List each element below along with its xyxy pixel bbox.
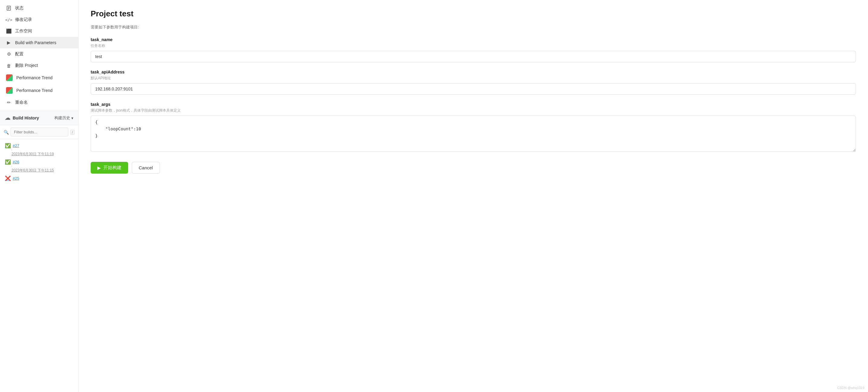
field-label-task_name: task_name (91, 37, 856, 42)
sidebar-item-status[interactable]: 状态 (0, 2, 78, 14)
sidebar-item-build-with-params[interactable]: ▶ Build with Parameters (0, 37, 78, 48)
build-link[interactable]: #27 (13, 143, 19, 148)
build-date[interactable]: 2023年6月30日 下午11:19 (11, 151, 73, 157)
form-actions: ▶ 开始构建 Cancel (91, 162, 856, 174)
form-group-task_name: task_name 任务名称 (91, 37, 856, 62)
search-wrap: 🔍 / (0, 125, 78, 139)
folder-icon: ⬛ (6, 28, 11, 34)
perf-icon (6, 75, 13, 81)
build-link[interactable]: #26 (13, 160, 19, 164)
chevron-down-icon: ▾ (71, 116, 73, 120)
sidebar-nav: 状态 </> 修改记录 ⬛ 工作空间 ▶ Build with Paramete… (0, 0, 78, 111)
build-number[interactable]: ✅ #26 (5, 159, 73, 165)
trash-icon: 🗑 (6, 63, 11, 68)
form-fields: task_name 任务名称 task_apiAddress 默认API地址 t… (91, 37, 856, 153)
status-ok-icon: ✅ (5, 159, 11, 165)
field-input-task_apiAddress[interactable] (91, 83, 856, 95)
sidebar-item-workspace[interactable]: ⬛ 工作空间 (0, 25, 78, 37)
field-label-task_apiAddress: task_apiAddress (91, 69, 856, 75)
nav-label: Performance Trend (16, 75, 53, 80)
build-item: ❌ #25 (0, 174, 78, 183)
form-description: 需要如下参数用于构建项目: (91, 25, 856, 30)
field-hint-task_args: 测试脚本参数，json格式，具体字段由测试脚本具体定义 (91, 108, 856, 113)
build-history-header: ☁ Build History 构建历史 ▾ (0, 111, 78, 125)
nav-label: 删除 Project (15, 63, 38, 68)
sidebar: 状态 </> 修改记录 ⬛ 工作空间 ▶ Build with Paramete… (0, 0, 79, 392)
build-item: ✅ #27 2023年6月30日 下午11:19 (0, 142, 78, 158)
cloud-icon: ☁ (5, 115, 10, 121)
build-history-label: Build History (13, 116, 39, 120)
field-hint-task_name: 任务名称 (91, 43, 856, 48)
form-group-task_apiAddress: task_apiAddress 默认API地址 (91, 69, 856, 95)
status-icon (6, 5, 11, 11)
search-icon: 🔍 (4, 130, 9, 135)
search-input[interactable] (10, 128, 68, 136)
build-link[interactable]: #25 (13, 176, 19, 180)
field-input-task_name[interactable] (91, 51, 856, 62)
field-hint-task_apiAddress: 默认API地址 (91, 76, 856, 81)
submit-label: 开始构建 (103, 165, 122, 171)
status-ok-icon: ✅ (5, 143, 11, 148)
perf-icon (6, 87, 13, 94)
sidebar-item-changes[interactable]: </> 修改记录 (0, 14, 78, 25)
watermark: CSDN @whq1019 (837, 386, 864, 390)
nav-label: Performance Trend (16, 88, 53, 93)
field-label-task_args: task_args (91, 102, 856, 107)
status-err-icon: ❌ (5, 175, 11, 181)
gear-icon: ⚙ (6, 51, 11, 57)
field-input-task_args[interactable]: { "loopCount":10 } (91, 116, 856, 152)
nav-label: 修改记录 (15, 17, 32, 22)
page-title: Project test (91, 9, 856, 19)
play-icon: ▶ (6, 40, 11, 45)
play-icon: ▶ (97, 165, 101, 171)
build-number[interactable]: ✅ #27 (5, 143, 73, 148)
build-item: ✅ #26 2023年6月30日 下午11:15 (0, 158, 78, 174)
sidebar-item-perf-trend-1[interactable]: Performance Trend (0, 72, 78, 84)
build-list: ✅ #27 2023年6月30日 下午11:19 ✅ #26 2023年6月30… (0, 139, 78, 392)
build-history-subtitle: 构建历史 (54, 115, 70, 121)
sidebar-item-config[interactable]: ⚙ 配置 (0, 48, 78, 60)
sidebar-item-rename[interactable]: ✏ 重命名 (0, 97, 78, 108)
build-number[interactable]: ❌ #25 (5, 175, 73, 181)
cancel-button[interactable]: Cancel (132, 162, 160, 174)
nav-label: Build with Parameters (15, 40, 56, 45)
build-history-toggle[interactable]: 构建历史 ▾ (54, 115, 73, 121)
build-history-title: ☁ Build History (5, 115, 39, 121)
nav-label: 配置 (15, 51, 24, 57)
nav-label: 重命名 (15, 100, 28, 105)
sidebar-item-perf-trend-2[interactable]: Performance Trend (0, 84, 78, 97)
nav-label: 状态 (15, 5, 24, 11)
main-content: Project test 需要如下参数用于构建项目: task_name 任务名… (79, 0, 868, 392)
code-icon: </> (6, 17, 11, 22)
sidebar-item-delete[interactable]: 🗑 删除 Project (0, 60, 78, 72)
build-date[interactable]: 2023年6月30日 下午11:15 (11, 168, 73, 173)
nav-label: 工作空间 (15, 28, 32, 34)
form-group-task_args: task_args 测试脚本参数，json格式，具体字段由测试脚本具体定义 { … (91, 102, 856, 153)
pencil-icon: ✏ (6, 100, 11, 105)
submit-button[interactable]: ▶ 开始构建 (91, 162, 128, 174)
search-shortcut: / (70, 130, 75, 135)
build-history-section: ☁ Build History 构建历史 ▾ 🔍 / ✅ #27 2023年6月… (0, 111, 78, 392)
